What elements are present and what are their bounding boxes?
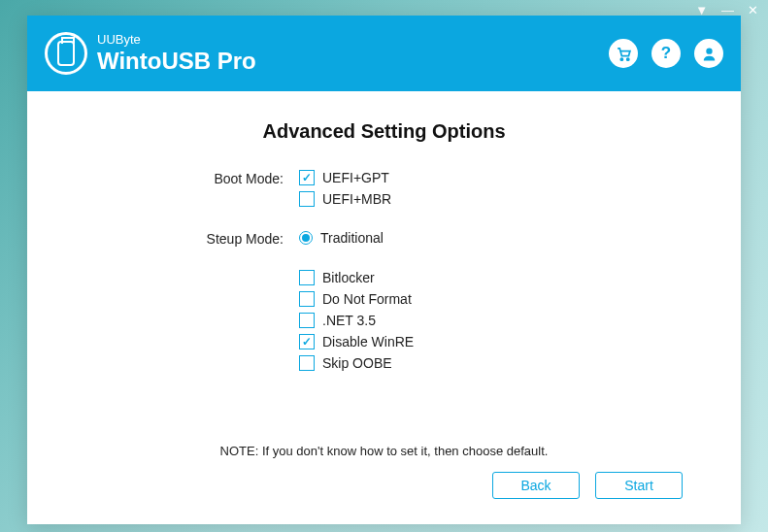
- checkbox-icon: [299, 355, 315, 371]
- option-do-not-format[interactable]: Do Not Format: [299, 291, 414, 307]
- usb-icon: [57, 41, 75, 66]
- app-window: UUByte WintoUSB Pro ? Advanced Setting O…: [27, 16, 741, 524]
- content-area: Advanced Setting Options Boot Mode: UEFI…: [27, 91, 741, 524]
- svg-point-2: [706, 48, 712, 53]
- option-label: Traditional: [320, 230, 384, 246]
- option-label: UEFI+GPT: [322, 170, 389, 185]
- option-label: Do Not Format: [322, 291, 412, 307]
- boot-mode-row: Boot Mode: UEFI+GPT UEFI+MBR: [76, 170, 692, 207]
- checkbox-icon: [299, 291, 315, 307]
- radio-icon: [299, 231, 313, 245]
- checkbox-icon: [299, 170, 315, 185]
- option-net35[interactable]: .NET 3.5: [299, 313, 414, 328]
- option-label: Skip OOBE: [322, 355, 392, 371]
- option-label: UEFI+MBR: [322, 191, 391, 207]
- checkbox-icon: [299, 334, 315, 349]
- help-icon[interactable]: ?: [651, 39, 681, 68]
- option-disable-winre[interactable]: Disable WinRE: [299, 334, 414, 349]
- app-logo: [45, 32, 87, 75]
- svg-point-1: [626, 58, 628, 60]
- extra-options-row: Bitlocker Do Not Format .NET 3.5 Disable…: [76, 270, 692, 371]
- close-button[interactable]: ✕: [748, 3, 758, 17]
- option-skip-oobe[interactable]: Skip OOBE: [299, 355, 414, 371]
- back-button[interactable]: Back: [492, 472, 580, 499]
- setup-mode-traditional[interactable]: Traditional: [299, 230, 384, 246]
- svg-point-0: [620, 58, 622, 60]
- start-button[interactable]: Start: [595, 472, 683, 499]
- option-label: .NET 3.5: [322, 313, 376, 328]
- user-icon[interactable]: [694, 39, 723, 68]
- boot-mode-label: Boot Mode:: [76, 170, 299, 186]
- brand-big: WintoUSB Pro: [97, 48, 256, 75]
- brand-block: UUByte WintoUSB Pro: [97, 33, 256, 75]
- page-heading: Advanced Setting Options: [76, 120, 692, 143]
- setup-mode-row: Steup Mode: Traditional: [76, 230, 692, 247]
- checkbox-icon: [299, 270, 315, 285]
- checkbox-icon: [299, 191, 315, 207]
- option-label: Disable WinRE: [322, 334, 414, 349]
- header-icons: ?: [609, 39, 723, 68]
- brand-small: UUByte: [97, 33, 256, 48]
- option-bitlocker[interactable]: Bitlocker: [299, 270, 414, 285]
- cart-icon[interactable]: [609, 39, 638, 68]
- checkbox-icon: [299, 313, 315, 328]
- boot-mode-uefi-mbr[interactable]: UEFI+MBR: [299, 191, 391, 207]
- footer-buttons: Back Start: [76, 472, 692, 505]
- boot-mode-uefi-gpt[interactable]: UEFI+GPT: [299, 170, 391, 185]
- option-label: Bitlocker: [322, 270, 375, 285]
- titlebar: UUByte WintoUSB Pro ?: [27, 16, 741, 91]
- setup-mode-label: Steup Mode:: [76, 230, 299, 247]
- note-text: NOTE: If you don't know how to set it, t…: [76, 444, 692, 458]
